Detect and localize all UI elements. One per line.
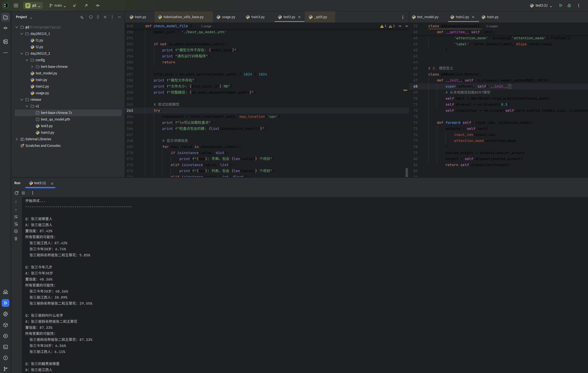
svg-text:?: ? (37, 111, 38, 115)
svg-text:?: ? (37, 118, 38, 121)
